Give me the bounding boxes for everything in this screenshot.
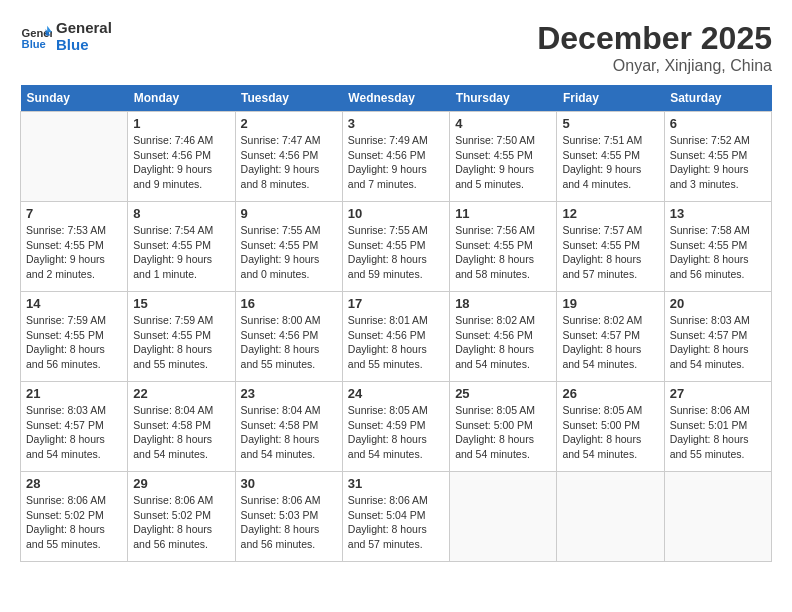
svg-text:Blue: Blue (22, 38, 46, 50)
day-number: 8 (133, 206, 229, 221)
day-info: Sunrise: 8:06 AMSunset: 5:02 PMDaylight:… (26, 493, 122, 552)
header: General Blue General Blue December 2025 … (20, 20, 772, 75)
calendar-cell: 23Sunrise: 8:04 AMSunset: 4:58 PMDayligh… (235, 382, 342, 472)
calendar-cell: 4Sunrise: 7:50 AMSunset: 4:55 PMDaylight… (450, 112, 557, 202)
day-number: 1 (133, 116, 229, 131)
calendar-cell: 11Sunrise: 7:56 AMSunset: 4:55 PMDayligh… (450, 202, 557, 292)
day-number: 4 (455, 116, 551, 131)
day-info: Sunrise: 8:05 AMSunset: 5:00 PMDaylight:… (455, 403, 551, 462)
logo-line2: Blue (56, 37, 112, 54)
logo: General Blue General Blue (20, 20, 112, 53)
day-info: Sunrise: 8:05 AMSunset: 5:00 PMDaylight:… (562, 403, 658, 462)
weekday-tuesday: Tuesday (235, 85, 342, 112)
logo-icon: General Blue (20, 21, 52, 53)
calendar-cell: 8Sunrise: 7:54 AMSunset: 4:55 PMDaylight… (128, 202, 235, 292)
title-area: December 2025 Onyar, Xinjiang, China (537, 20, 772, 75)
day-info: Sunrise: 7:50 AMSunset: 4:55 PMDaylight:… (455, 133, 551, 192)
day-number: 31 (348, 476, 444, 491)
weekday-wednesday: Wednesday (342, 85, 449, 112)
calendar-cell: 9Sunrise: 7:55 AMSunset: 4:55 PMDaylight… (235, 202, 342, 292)
day-number: 22 (133, 386, 229, 401)
week-row-2: 14Sunrise: 7:59 AMSunset: 4:55 PMDayligh… (21, 292, 772, 382)
calendar-cell: 6Sunrise: 7:52 AMSunset: 4:55 PMDaylight… (664, 112, 771, 202)
calendar-cell: 16Sunrise: 8:00 AMSunset: 4:56 PMDayligh… (235, 292, 342, 382)
day-number: 7 (26, 206, 122, 221)
day-number: 24 (348, 386, 444, 401)
weekday-monday: Monday (128, 85, 235, 112)
day-number: 3 (348, 116, 444, 131)
week-row-3: 21Sunrise: 8:03 AMSunset: 4:57 PMDayligh… (21, 382, 772, 472)
day-info: Sunrise: 8:02 AMSunset: 4:56 PMDaylight:… (455, 313, 551, 372)
weekday-friday: Friday (557, 85, 664, 112)
day-info: Sunrise: 8:03 AMSunset: 4:57 PMDaylight:… (670, 313, 766, 372)
week-row-1: 7Sunrise: 7:53 AMSunset: 4:55 PMDaylight… (21, 202, 772, 292)
day-number: 28 (26, 476, 122, 491)
day-number: 13 (670, 206, 766, 221)
day-number: 10 (348, 206, 444, 221)
calendar-cell: 21Sunrise: 8:03 AMSunset: 4:57 PMDayligh… (21, 382, 128, 472)
calendar-cell: 25Sunrise: 8:05 AMSunset: 5:00 PMDayligh… (450, 382, 557, 472)
day-number: 19 (562, 296, 658, 311)
weekday-sunday: Sunday (21, 85, 128, 112)
calendar-cell: 19Sunrise: 8:02 AMSunset: 4:57 PMDayligh… (557, 292, 664, 382)
day-number: 18 (455, 296, 551, 311)
day-number: 26 (562, 386, 658, 401)
day-info: Sunrise: 8:06 AMSunset: 5:02 PMDaylight:… (133, 493, 229, 552)
day-number: 21 (26, 386, 122, 401)
day-info: Sunrise: 7:51 AMSunset: 4:55 PMDaylight:… (562, 133, 658, 192)
calendar-cell: 20Sunrise: 8:03 AMSunset: 4:57 PMDayligh… (664, 292, 771, 382)
day-number: 23 (241, 386, 337, 401)
day-number: 27 (670, 386, 766, 401)
day-number: 12 (562, 206, 658, 221)
day-number: 30 (241, 476, 337, 491)
calendar-cell: 2Sunrise: 7:47 AMSunset: 4:56 PMDaylight… (235, 112, 342, 202)
location-title: Onyar, Xinjiang, China (537, 57, 772, 75)
day-info: Sunrise: 7:47 AMSunset: 4:56 PMDaylight:… (241, 133, 337, 192)
calendar-cell (557, 472, 664, 562)
calendar-cell: 1Sunrise: 7:46 AMSunset: 4:56 PMDaylight… (128, 112, 235, 202)
day-number: 25 (455, 386, 551, 401)
day-info: Sunrise: 7:57 AMSunset: 4:55 PMDaylight:… (562, 223, 658, 282)
day-info: Sunrise: 8:03 AMSunset: 4:57 PMDaylight:… (26, 403, 122, 462)
day-info: Sunrise: 7:49 AMSunset: 4:56 PMDaylight:… (348, 133, 444, 192)
weekday-header-row: SundayMondayTuesdayWednesdayThursdayFrid… (21, 85, 772, 112)
calendar-cell: 15Sunrise: 7:59 AMSunset: 4:55 PMDayligh… (128, 292, 235, 382)
day-number: 15 (133, 296, 229, 311)
weekday-saturday: Saturday (664, 85, 771, 112)
calendar-cell: 26Sunrise: 8:05 AMSunset: 5:00 PMDayligh… (557, 382, 664, 472)
day-info: Sunrise: 7:56 AMSunset: 4:55 PMDaylight:… (455, 223, 551, 282)
day-info: Sunrise: 8:06 AMSunset: 5:01 PMDaylight:… (670, 403, 766, 462)
day-number: 14 (26, 296, 122, 311)
day-number: 16 (241, 296, 337, 311)
day-number: 6 (670, 116, 766, 131)
day-info: Sunrise: 8:02 AMSunset: 4:57 PMDaylight:… (562, 313, 658, 372)
day-info: Sunrise: 7:59 AMSunset: 4:55 PMDaylight:… (26, 313, 122, 372)
calendar-cell: 10Sunrise: 7:55 AMSunset: 4:55 PMDayligh… (342, 202, 449, 292)
calendar-cell: 3Sunrise: 7:49 AMSunset: 4:56 PMDaylight… (342, 112, 449, 202)
day-info: Sunrise: 7:46 AMSunset: 4:56 PMDaylight:… (133, 133, 229, 192)
logo-line1: General (56, 20, 112, 37)
day-number: 20 (670, 296, 766, 311)
calendar-cell (21, 112, 128, 202)
day-number: 2 (241, 116, 337, 131)
day-info: Sunrise: 8:06 AMSunset: 5:04 PMDaylight:… (348, 493, 444, 552)
calendar-cell: 30Sunrise: 8:06 AMSunset: 5:03 PMDayligh… (235, 472, 342, 562)
calendar-cell: 12Sunrise: 7:57 AMSunset: 4:55 PMDayligh… (557, 202, 664, 292)
calendar-cell: 29Sunrise: 8:06 AMSunset: 5:02 PMDayligh… (128, 472, 235, 562)
calendar-table: SundayMondayTuesdayWednesdayThursdayFrid… (20, 85, 772, 562)
calendar-cell: 22Sunrise: 8:04 AMSunset: 4:58 PMDayligh… (128, 382, 235, 472)
week-row-4: 28Sunrise: 8:06 AMSunset: 5:02 PMDayligh… (21, 472, 772, 562)
day-info: Sunrise: 8:04 AMSunset: 4:58 PMDaylight:… (133, 403, 229, 462)
day-info: Sunrise: 7:53 AMSunset: 4:55 PMDaylight:… (26, 223, 122, 282)
day-number: 29 (133, 476, 229, 491)
week-row-0: 1Sunrise: 7:46 AMSunset: 4:56 PMDaylight… (21, 112, 772, 202)
calendar-cell: 28Sunrise: 8:06 AMSunset: 5:02 PMDayligh… (21, 472, 128, 562)
day-info: Sunrise: 7:59 AMSunset: 4:55 PMDaylight:… (133, 313, 229, 372)
day-number: 11 (455, 206, 551, 221)
calendar-body: 1Sunrise: 7:46 AMSunset: 4:56 PMDaylight… (21, 112, 772, 562)
day-info: Sunrise: 8:05 AMSunset: 4:59 PMDaylight:… (348, 403, 444, 462)
day-info: Sunrise: 7:52 AMSunset: 4:55 PMDaylight:… (670, 133, 766, 192)
day-info: Sunrise: 7:55 AMSunset: 4:55 PMDaylight:… (241, 223, 337, 282)
calendar-cell: 13Sunrise: 7:58 AMSunset: 4:55 PMDayligh… (664, 202, 771, 292)
day-info: Sunrise: 8:06 AMSunset: 5:03 PMDaylight:… (241, 493, 337, 552)
